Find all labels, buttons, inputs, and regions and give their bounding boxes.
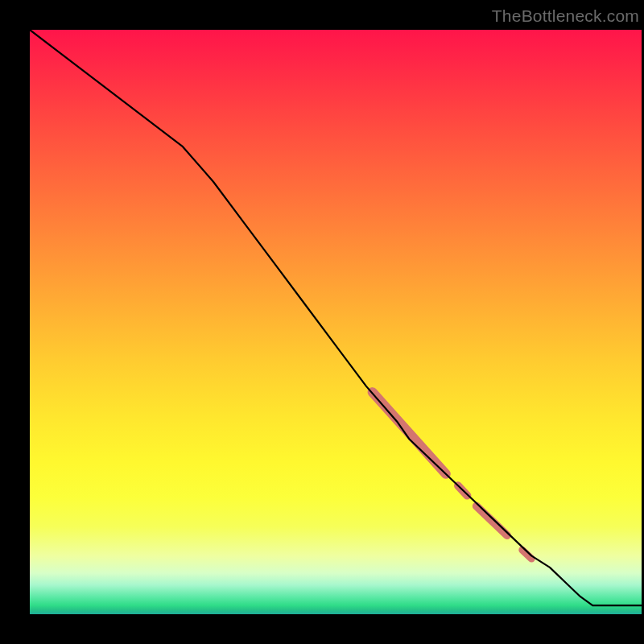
watermark-text: TheBottleneck.com	[492, 6, 639, 26]
plot-area	[30, 30, 642, 614]
chart-stage: TheBottleneck.com	[0, 0, 644, 644]
emphasis-segment	[477, 506, 507, 535]
chart-overlay	[30, 30, 642, 614]
curve-line	[30, 30, 642, 605]
emphasis-segment	[373, 392, 446, 474]
